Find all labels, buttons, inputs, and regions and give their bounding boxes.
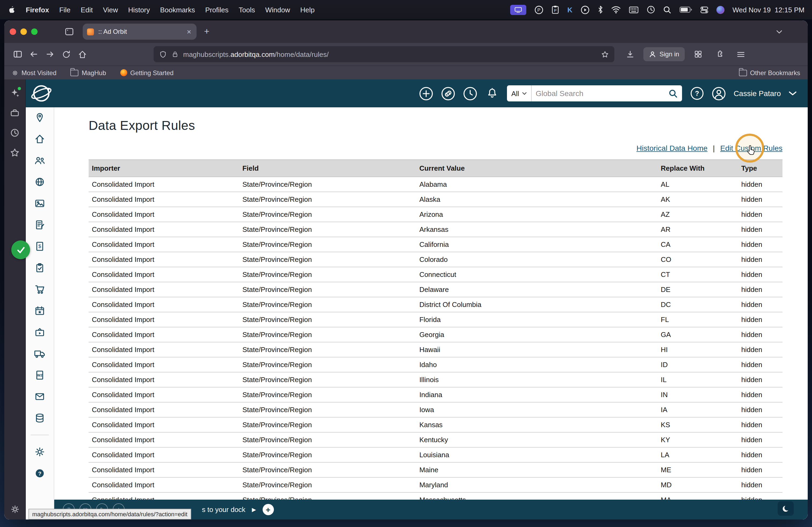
minimize-window-button[interactable] [20,28,27,35]
apple-icon[interactable] [8,5,16,14]
bookmark-other-bookmarks[interactable]: Other Bookmarks [739,69,800,76]
extensions-grid-icon[interactable] [690,46,706,62]
sidebar-contacts-icon[interactable] [33,154,46,166]
sidebar-toggle-icon[interactable] [10,46,26,62]
quick-add-icon[interactable] [419,86,433,101]
sidebar-broadcast-icon[interactable] [33,326,46,338]
sign-in-button[interactable]: Sign in [643,47,684,61]
screen-record-indicator[interactable] [510,4,526,15]
sidebar-settings-gear-icon[interactable] [4,505,26,514]
ai-chat-icon[interactable] [8,86,21,99]
bookmark-getting-started[interactable]: Getting Started [120,69,173,76]
menu-window[interactable]: Window [265,6,290,14]
wifi-icon[interactable] [611,6,621,13]
sidebar-mail-icon[interactable] [33,391,46,403]
shield-icon[interactable] [159,50,167,58]
sidebar-web-icon[interactable] [33,176,46,188]
dock-caret-icon[interactable]: ▶ [252,507,256,512]
control-center-icon[interactable] [700,6,708,13]
sidebar-w2-icon[interactable]: W2 [33,369,46,381]
lock-icon[interactable] [171,50,179,58]
recent-activity-icon[interactable] [463,86,477,101]
search-icon[interactable] [669,89,682,98]
cell-importer: Consolidated Import [89,282,239,297]
cell-field: State/Province/Region [239,237,416,252]
user-avatar-icon[interactable] [712,86,726,101]
historical-data-home-link[interactable]: Historical Data Home [636,144,708,152]
status-icon-k[interactable]: K [567,6,572,14]
browser-tab[interactable]: :: Ad Orbit × [83,24,197,40]
sidebar-media-icon[interactable] [33,197,46,209]
spotlight-icon[interactable] [663,6,671,14]
menubar-app-name[interactable]: Firefox [26,6,49,14]
dock-widget-icon[interactable] [778,501,794,516]
sidebar-tasks-icon[interactable] [33,262,46,274]
reload-button[interactable] [58,46,74,62]
header-type: Type [738,160,782,177]
list-tabs-chevron-icon[interactable] [775,28,783,35]
firefox-view-icon[interactable] [64,27,74,36]
bluetooth-icon[interactable] [598,5,603,14]
downloads-icon[interactable] [622,46,638,62]
sidebar-data-icon[interactable] [33,412,46,424]
cell-replace-with: IN [657,387,738,402]
status-icon-play[interactable] [581,5,590,14]
back-button[interactable] [26,46,42,62]
menu-profiles[interactable]: Profiles [205,6,229,14]
url-text[interactable]: maghubscripts.adorbitqa.com/home/data/ru… [183,50,601,58]
menu-hamburger-icon[interactable] [733,46,749,62]
cell-current-value: Colorado [416,252,657,267]
sidebar-orders-icon[interactable] [33,219,46,231]
cell-type: hidden [738,387,782,402]
quick-links-icon[interactable] [441,86,455,101]
menu-bookmarks[interactable]: Bookmarks [160,6,195,14]
extension-puzzle-icon[interactable] [711,46,727,62]
status-icon-clipboard[interactable]: P [552,5,559,14]
sidebar-settings-icon[interactable] [33,446,46,458]
global-search-input[interactable] [532,89,669,98]
sidebar-distribution-icon[interactable] [33,348,46,360]
forward-button[interactable] [42,46,58,62]
user-menu-chevron-icon[interactable] [788,90,797,96]
history-icon[interactable] [647,5,655,14]
new-tab-button[interactable]: + [204,26,209,37]
dock-add-button[interactable]: + [262,504,274,515]
sidebar-home-icon[interactable] [33,133,46,145]
history-sidebar-icon[interactable] [8,126,21,139]
tab-close-icon[interactable]: × [186,27,192,36]
table-row: Consolidated ImportState/Province/Region… [89,267,782,282]
synced-tabs-icon[interactable] [8,106,21,119]
zoom-window-button[interactable] [31,28,38,35]
cell-importer: Consolidated Import [89,357,239,372]
sidebar-help-icon[interactable]: ? [33,467,46,479]
menu-tools[interactable]: Tools [239,6,255,14]
url-bar[interactable]: maghubscripts.adorbitqa.com/home/data/ru… [154,46,614,62]
bookmarks-sidebar-icon[interactable] [8,146,21,159]
sidebar-pin-icon[interactable] [33,111,46,123]
bookmark-star-icon[interactable] [601,50,609,58]
menu-view[interactable]: View [103,6,118,14]
bookmark-maghub[interactable]: MagHub [70,69,106,76]
menu-edit[interactable]: Edit [81,6,93,14]
menu-help[interactable]: Help [300,6,315,14]
sidebar-billing-icon[interactable]: $ [33,240,46,252]
cell-field: State/Province/Region [239,387,416,402]
close-window-button[interactable] [10,28,16,35]
menu-history[interactable]: History [128,6,150,14]
table-body: Consolidated ImportState/Province/Region… [89,177,782,508]
battery-icon[interactable] [679,6,692,13]
keyboard-icon[interactable] [629,6,639,13]
bookmark-most-visited[interactable]: Most Visited [12,69,56,76]
menu-file[interactable]: File [59,6,71,14]
menubar-clock[interactable]: Wed Nov 19 12:15 PM [733,6,804,14]
sidebar-events-icon[interactable] [33,305,46,317]
notifications-bell-icon[interactable] [485,86,499,101]
assistant-icon[interactable] [716,6,724,14]
help-icon[interactable]: ? [690,86,704,101]
ad-orbit-logo[interactable] [31,82,52,106]
sidebar-store-icon[interactable] [33,283,46,295]
user-name[interactable]: Cassie Pataro [734,89,781,98]
status-icon-p-circle[interactable]: P [535,5,544,14]
search-scope-select[interactable]: All [507,85,532,102]
home-button[interactable] [74,46,90,62]
